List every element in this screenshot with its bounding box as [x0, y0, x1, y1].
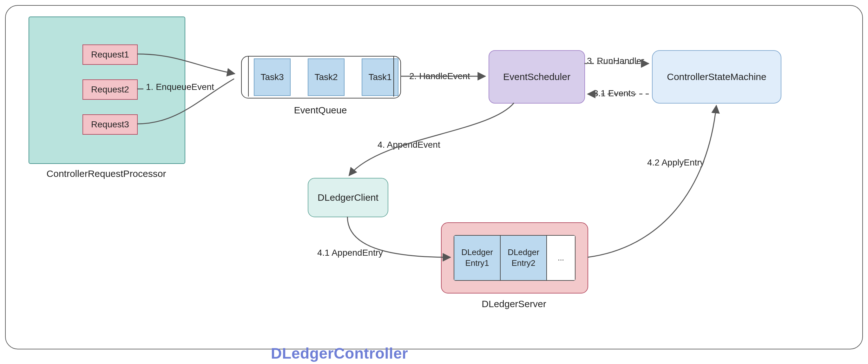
event-scheduler-box: EventScheduler [489, 50, 585, 104]
dledger-client-box: DLedgerClient [308, 178, 388, 217]
queue-bar [245, 57, 249, 96]
dledger-entry-log: DLedger Entry1 DLedger Entry2 ... [454, 235, 576, 281]
task-2: Task2 [308, 58, 344, 96]
edge-handle-event-label: 2. HandleEvent [409, 71, 470, 81]
request-1: Request1 [83, 45, 138, 65]
edge-append-entry-label: 4.1 AppendEntry [317, 248, 383, 258]
edge-apply-entry-label: 4.2 ApplyEntry [647, 158, 705, 168]
controller-state-machine-box: ControllerStateMachine [652, 50, 781, 104]
edge-enqueue-event-label: 1. EnqueueEvent [146, 82, 214, 92]
edge-run-handler-label: 3. RunHandler [587, 56, 644, 66]
request-processor-label: ControllerRequestProcessor [29, 168, 184, 179]
dledger-server-label: DLedgerServer [441, 299, 587, 309]
task-1: Task1 [362, 58, 399, 96]
dledger-entry-2: DLedger Entry2 [501, 236, 547, 280]
queue-bar [393, 57, 397, 96]
diagram-canvas: Request1 Request2 Request3 ControllerReq… [0, 0, 868, 364]
edge-events-label: 3.1 Events [593, 88, 635, 99]
request-3: Request3 [83, 114, 138, 135]
diagram-title: DLedgerController [0, 345, 679, 362]
request-2: Request2 [83, 79, 138, 100]
event-queue-label: EventQueue [241, 105, 400, 116]
task-3: Task3 [254, 58, 290, 96]
dledger-entry-more: ... [547, 236, 575, 280]
dledger-entry-1: DLedger Entry1 [454, 236, 501, 280]
edge-append-event-label: 4. AppendEvent [377, 140, 440, 150]
